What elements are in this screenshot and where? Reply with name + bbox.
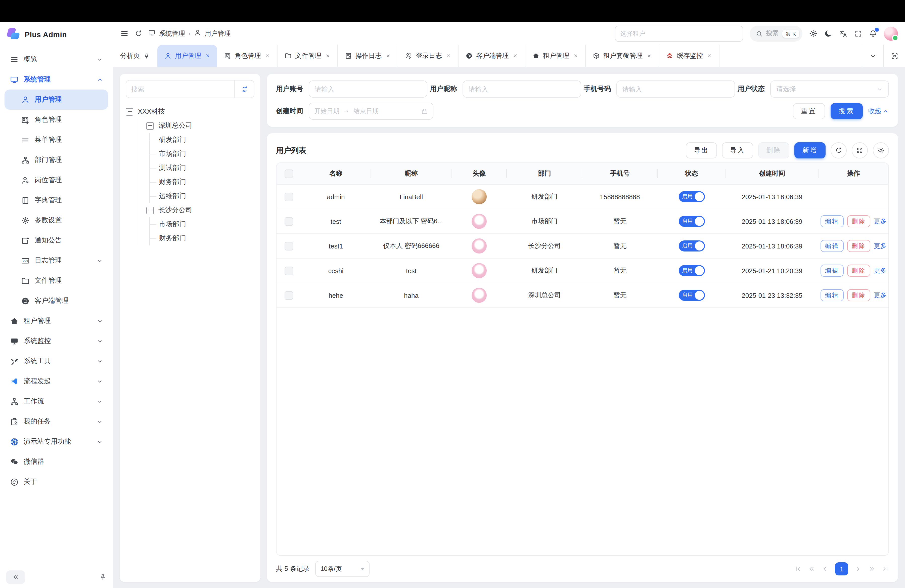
- sidebar-item-流程发起[interactable]: 流程发起: [5, 371, 108, 391]
- tab-close-icon[interactable]: [264, 53, 270, 58]
- row-delete-button[interactable]: 删除: [847, 215, 870, 227]
- row-delete-button[interactable]: 删除: [847, 289, 870, 301]
- sidebar-item-参数设置[interactable]: 参数设置: [5, 210, 108, 230]
- tab-操作日志[interactable]: 操作日志: [338, 45, 398, 67]
- sidebar-item-系统工具[interactable]: 系统工具: [5, 351, 108, 371]
- sidebar-item-字典管理[interactable]: 字典管理: [5, 190, 108, 210]
- prev-page-icon[interactable]: [822, 565, 829, 572]
- sidebar-item-演示站专用功能[interactable]: 演示站专用功能: [5, 432, 108, 452]
- fast-prev-icon[interactable]: [808, 565, 815, 572]
- tabs-dropdown-button[interactable]: [862, 45, 883, 67]
- sidebar-item-文件管理[interactable]: 文件管理: [5, 271, 108, 291]
- status-toggle[interactable]: 启用: [678, 290, 705, 301]
- sidebar-item-系统管理[interactable]: 系统管理: [5, 70, 108, 89]
- first-page-icon[interactable]: [794, 565, 802, 572]
- sidebar-item-租户管理[interactable]: 租户管理: [5, 311, 108, 331]
- table-settings-icon[interactable]: [873, 142, 889, 159]
- sidebar-item-系统监控[interactable]: 系统监控: [5, 331, 108, 351]
- collapse-filters-link[interactable]: 收起: [868, 106, 889, 116]
- export-button[interactable]: 导出: [686, 142, 717, 159]
- breadcrumb-item[interactable]: 用户管理: [205, 29, 231, 38]
- delete-button[interactable]: 删除: [758, 142, 789, 159]
- search-button[interactable]: 搜索: [830, 103, 863, 119]
- content-fullscreen-button[interactable]: [883, 45, 905, 67]
- tab-close-icon[interactable]: [445, 53, 451, 58]
- tab-角色管理[interactable]: 角色管理: [217, 45, 278, 67]
- tab-分析页[interactable]: 分析页: [113, 45, 157, 67]
- tree-node-测试部门[interactable]: 测试部门: [150, 161, 254, 175]
- row-checkbox[interactable]: [284, 217, 293, 226]
- sidebar-collapse-button[interactable]: [6, 570, 25, 584]
- row-checkbox[interactable]: [284, 291, 293, 300]
- select-all-checkbox[interactable]: [284, 169, 293, 178]
- tab-文件管理[interactable]: 文件管理: [278, 45, 338, 67]
- global-search-button[interactable]: 搜索 ⌘ K: [749, 25, 802, 41]
- tab-用户管理[interactable]: 用户管理: [157, 45, 217, 67]
- sidebar-item-概览[interactable]: 概览: [5, 49, 108, 70]
- sidebar-item-工作流[interactable]: 工作流: [5, 391, 108, 412]
- edit-button[interactable]: 编辑: [821, 240, 844, 252]
- tree-node-市场部门[interactable]: 市场部门: [150, 147, 254, 161]
- tree-collapse-icon[interactable]: [126, 108, 133, 116]
- row-checkbox[interactable]: [284, 192, 293, 201]
- sidebar-item-我的任务[interactable]: 我的任务: [5, 412, 108, 432]
- sidebar-item-关于[interactable]: 关于: [5, 472, 108, 492]
- tab-close-icon[interactable]: [385, 53, 391, 58]
- sidebar-pin-button[interactable]: [99, 573, 106, 581]
- fullscreen-icon[interactable]: [854, 29, 862, 38]
- tree-node-财务部门[interactable]: 财务部门: [150, 231, 254, 245]
- tree-node-长沙分公司[interactable]: 长沙分公司: [138, 203, 254, 217]
- tree-node-运维部门[interactable]: 运维部门: [150, 189, 254, 203]
- tab-close-icon[interactable]: [646, 53, 652, 58]
- last-page-icon[interactable]: [882, 565, 889, 572]
- status-toggle[interactable]: 启用: [678, 191, 705, 202]
- tab-缓存监控[interactable]: 缓存监控: [659, 45, 719, 67]
- tree-collapse-icon[interactable]: [146, 207, 154, 214]
- sidebar-item-日志管理[interactable]: DEV日志管理: [5, 251, 108, 271]
- sidebar-item-菜单管理[interactable]: 菜单管理: [5, 130, 108, 150]
- tab-租户套餐管理[interactable]: 租户套餐管理: [586, 45, 659, 67]
- status-toggle[interactable]: 启用: [678, 240, 705, 251]
- row-delete-button[interactable]: 删除: [847, 240, 870, 252]
- tab-close-icon[interactable]: [205, 53, 210, 58]
- tree-search-input[interactable]: [126, 81, 234, 98]
- import-button[interactable]: 导入: [722, 142, 753, 159]
- tree-node-市场部门[interactable]: 市场部门: [150, 217, 254, 231]
- edit-button[interactable]: 编辑: [821, 215, 844, 227]
- sidebar-item-用户管理[interactable]: 用户管理: [5, 89, 108, 110]
- refresh-icon[interactable]: [135, 30, 142, 37]
- add-button[interactable]: 新增: [794, 142, 826, 159]
- current-page-button[interactable]: 1: [835, 563, 848, 575]
- tab-close-icon[interactable]: [707, 53, 712, 58]
- tree-node-研发部门[interactable]: 研发部门: [150, 133, 254, 147]
- tab-close-icon[interactable]: [512, 53, 518, 58]
- tab-登录日志[interactable]: 登录日志: [398, 45, 459, 67]
- dark-mode-moon-icon[interactable]: [824, 29, 833, 38]
- table-refresh-icon[interactable]: [830, 142, 847, 159]
- more-actions-link[interactable]: 更多: [874, 291, 886, 300]
- more-actions-link[interactable]: 更多: [874, 242, 886, 250]
- date-range-picker[interactable]: 开始日期 结束日期: [309, 103, 433, 120]
- sidebar-item-部门管理[interactable]: 部门管理: [5, 150, 108, 170]
- tree-node-XXX科技[interactable]: XXX科技: [126, 105, 254, 119]
- sidebar-item-微信群[interactable]: 微信群: [5, 452, 108, 472]
- tree-collapse-icon[interactable]: [146, 122, 154, 130]
- notification-bell-icon[interactable]: [869, 29, 877, 38]
- status-select[interactable]: 请选择: [770, 81, 889, 98]
- sidebar-item-角色管理[interactable]: 角色管理: [5, 110, 108, 130]
- settings-gear-icon[interactable]: [809, 29, 818, 38]
- row-delete-button[interactable]: 删除: [847, 265, 870, 277]
- more-actions-link[interactable]: 更多: [874, 266, 886, 275]
- tenant-select-input[interactable]: [614, 25, 743, 41]
- tree-node-财务部门[interactable]: 财务部门: [150, 175, 254, 189]
- phone-input[interactable]: [616, 81, 735, 98]
- tab-客户端管理[interactable]: 客户端管理: [459, 45, 526, 67]
- account-input[interactable]: [309, 81, 427, 98]
- user-avatar[interactable]: [884, 26, 898, 40]
- fast-next-icon[interactable]: [868, 565, 875, 572]
- page-size-select[interactable]: 10条/页: [316, 561, 370, 577]
- tab-租户管理[interactable]: 租户管理: [526, 45, 586, 67]
- tab-close-icon[interactable]: [325, 53, 330, 58]
- reset-button[interactable]: 重置: [793, 103, 825, 119]
- sidebar-item-岗位管理[interactable]: 岗位管理: [5, 170, 108, 190]
